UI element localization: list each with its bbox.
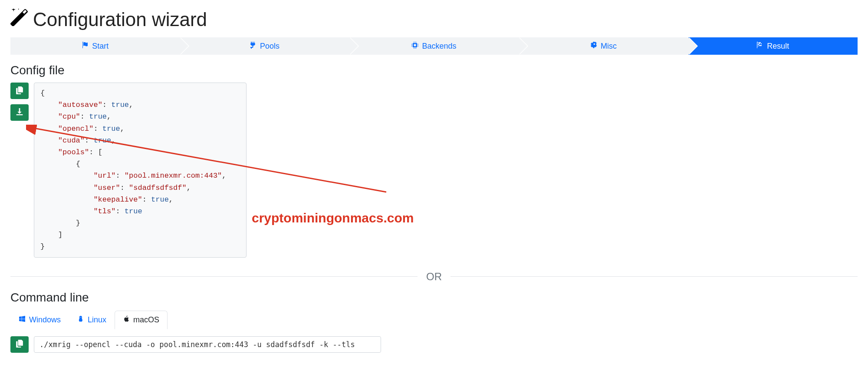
- json-pool-tls: true: [125, 207, 142, 215]
- linux-icon: [77, 315, 84, 325]
- step-backends[interactable]: Backends: [349, 37, 519, 55]
- tab-macos[interactable]: macOS: [115, 311, 168, 329]
- page-title-text: Configuration wizard: [33, 9, 207, 30]
- config-file-heading: Config file: [10, 63, 858, 77]
- step-start[interactable]: Start: [10, 37, 180, 55]
- step-pools[interactable]: Pools: [180, 37, 349, 55]
- json-autosave-value: true: [111, 101, 129, 109]
- copy-command-button[interactable]: [10, 336, 29, 353]
- step-label: Result: [767, 42, 789, 51]
- copy-icon: [16, 86, 23, 96]
- command-line-input[interactable]: [34, 336, 381, 353]
- config-json-block: { "autosave": true, "cpu": true, "opencl…: [34, 83, 247, 258]
- tab-label: Linux: [88, 315, 106, 325]
- command-line-heading: Command line: [10, 291, 858, 305]
- json-cuda-value: true: [93, 136, 111, 145]
- step-label: Backends: [422, 42, 456, 51]
- tab-label: Windows: [29, 315, 61, 325]
- step-label: Start: [92, 42, 108, 51]
- magic-wand-icon: [10, 9, 28, 30]
- or-divider: OR: [10, 271, 858, 283]
- tab-linux[interactable]: Linux: [69, 311, 115, 329]
- tab-windows[interactable]: Windows: [10, 311, 69, 329]
- download-icon: [16, 108, 23, 117]
- json-opencl-value: true: [102, 125, 120, 133]
- os-tabs: Windows Linux macOS: [10, 311, 858, 329]
- flag-icon: [82, 42, 89, 51]
- step-label: Misc: [601, 42, 617, 51]
- page-title: Configuration wizard: [10, 9, 858, 30]
- windows-icon: [19, 315, 26, 325]
- json-cpu-value: true: [89, 113, 107, 121]
- download-config-button[interactable]: [10, 104, 29, 121]
- flag-checkered-icon: [756, 42, 763, 51]
- wizard-steps: Start Pools Backends Misc Result: [10, 37, 858, 55]
- apple-icon: [123, 315, 130, 325]
- microchip-icon: [411, 42, 418, 51]
- plug-icon: [250, 42, 256, 51]
- tab-label: macOS: [133, 315, 159, 325]
- gear-icon: [590, 42, 597, 51]
- or-label: OR: [418, 271, 450, 283]
- step-label: Pools: [260, 42, 279, 51]
- copy-icon: [16, 340, 23, 349]
- step-result[interactable]: Result: [688, 37, 858, 55]
- json-pool-url: pool.minexmr.com:443: [129, 172, 217, 180]
- json-pool-keepalive: true: [151, 195, 169, 204]
- json-pool-user: sdadfsdfsdf: [133, 184, 182, 192]
- copy-config-button[interactable]: [10, 83, 29, 99]
- step-misc[interactable]: Misc: [519, 37, 688, 55]
